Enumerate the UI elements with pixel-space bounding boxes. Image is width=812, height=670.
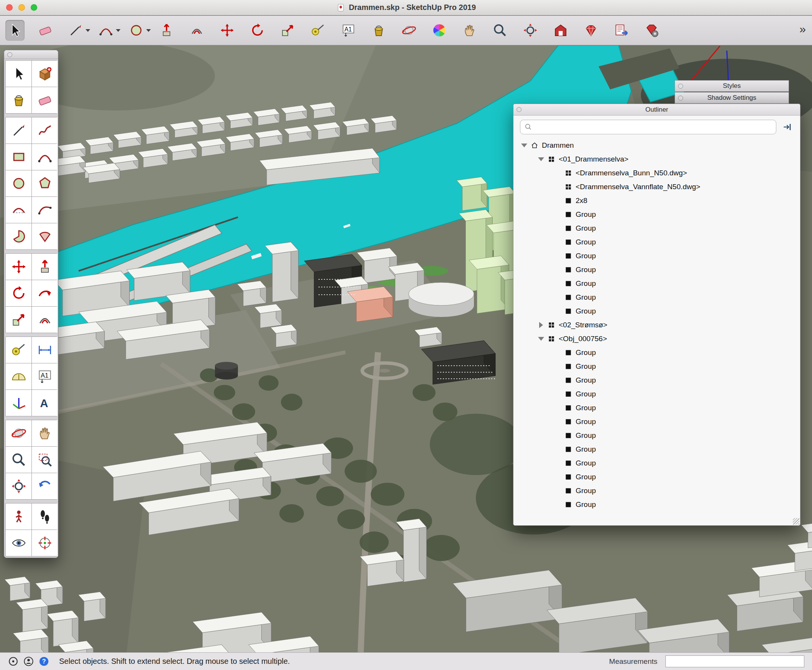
shapes-dropdown-caret[interactable] bbox=[146, 29, 151, 32]
three-point-arc-tool[interactable] bbox=[32, 197, 58, 223]
outliner-item[interactable]: Group bbox=[513, 291, 800, 304]
disclosure-triangle-icon[interactable] bbox=[536, 337, 546, 341]
push-pull-button[interactable] bbox=[157, 20, 176, 41]
offset-tool[interactable] bbox=[32, 306, 58, 333]
text-tool[interactable]: A1 bbox=[32, 364, 58, 389]
shadow-settings-panel-header[interactable]: Shadow Settings bbox=[675, 92, 789, 103]
outliner-item[interactable]: Group bbox=[513, 387, 800, 401]
rotate-tool[interactable] bbox=[6, 280, 32, 306]
protractor-tool[interactable] bbox=[6, 364, 32, 389]
outliner-search-input[interactable] bbox=[535, 123, 772, 131]
zoom-window-tool[interactable] bbox=[32, 447, 58, 473]
palette-titlebar[interactable] bbox=[4, 50, 58, 59]
tape-measure-tool[interactable] bbox=[6, 337, 32, 363]
camera-target-tool[interactable] bbox=[32, 530, 58, 556]
outliner-item[interactable]: Group bbox=[513, 208, 800, 222]
offset-button[interactable] bbox=[187, 20, 206, 41]
outliner-item[interactable]: Group bbox=[513, 442, 800, 456]
outliner-search-field[interactable] bbox=[520, 120, 776, 134]
pie-tool[interactable] bbox=[6, 223, 32, 249]
orbit-tool[interactable] bbox=[6, 420, 32, 446]
disclosure-triangle-icon[interactable] bbox=[536, 157, 546, 161]
circle-tool[interactable] bbox=[6, 170, 32, 196]
outliner-item[interactable]: Drammen bbox=[513, 139, 800, 152]
outliner-item[interactable]: <01_Drammenselva> bbox=[513, 152, 800, 166]
outliner-item[interactable]: Group bbox=[513, 498, 800, 511]
outliner-item[interactable]: <02_Strømsø> bbox=[513, 318, 800, 332]
geolocation-icon[interactable] bbox=[8, 656, 19, 667]
extension-warehouse-button[interactable] bbox=[581, 20, 601, 41]
outliner-item[interactable]: Group bbox=[513, 429, 800, 442]
outliner-item[interactable]: Group bbox=[513, 249, 800, 263]
rotate-button[interactable] bbox=[248, 20, 267, 41]
outliner-item[interactable]: Group bbox=[513, 263, 800, 277]
minimize-window-button[interactable] bbox=[19, 4, 25, 11]
line-button[interactable] bbox=[66, 20, 85, 41]
outliner-item[interactable]: <Obj_000756> bbox=[513, 332, 800, 346]
outliner-item[interactable]: Group bbox=[513, 415, 800, 429]
zoom-button[interactable] bbox=[491, 20, 509, 41]
zoom-extents-tool[interactable] bbox=[6, 473, 32, 499]
3d-text-tool[interactable]: A bbox=[32, 390, 58, 416]
paint-bucket-tool[interactable] bbox=[6, 87, 32, 113]
arc-dropdown-caret[interactable] bbox=[116, 29, 120, 32]
polygon-tool[interactable] bbox=[32, 170, 58, 196]
arc-button[interactable] bbox=[96, 20, 115, 41]
outliner-item[interactable]: Group bbox=[513, 360, 800, 373]
arc-tool[interactable] bbox=[32, 144, 58, 170]
disclosure-triangle-icon[interactable] bbox=[519, 144, 529, 147]
scale-tool[interactable] bbox=[6, 306, 32, 333]
rectangle-tool[interactable] bbox=[6, 144, 32, 170]
outliner-close-button[interactable] bbox=[516, 107, 521, 112]
outliner-item[interactable]: Group bbox=[513, 373, 800, 387]
pan-button[interactable] bbox=[460, 20, 479, 41]
styles-close-button[interactable] bbox=[678, 84, 683, 89]
outliner-item[interactable]: Group bbox=[513, 235, 800, 249]
eraser-button[interactable] bbox=[36, 20, 55, 41]
line-tool[interactable] bbox=[6, 117, 32, 144]
styles-panel-header[interactable]: Styles bbox=[675, 80, 789, 92]
outliner-item[interactable]: Group bbox=[513, 346, 800, 360]
look-around-tool[interactable] bbox=[6, 530, 32, 556]
shapes-button[interactable] bbox=[127, 20, 146, 41]
sector-tool[interactable] bbox=[32, 223, 58, 249]
eraser-tool[interactable] bbox=[32, 87, 58, 113]
text-button[interactable]: A1 bbox=[339, 20, 358, 41]
outliner-item[interactable]: Group bbox=[513, 222, 800, 235]
zoom-window-button[interactable] bbox=[31, 4, 37, 11]
follow-me-tool[interactable] bbox=[32, 280, 58, 306]
axes-tool[interactable] bbox=[6, 390, 32, 416]
previous-view-tool[interactable] bbox=[32, 473, 58, 499]
outliner-item[interactable]: 2x8 bbox=[513, 194, 800, 208]
share-model-button[interactable] bbox=[612, 20, 631, 41]
paint-bucket-button[interactable] bbox=[369, 20, 388, 41]
outliner-item[interactable]: Group bbox=[513, 470, 800, 484]
walk-tool[interactable] bbox=[32, 503, 58, 530]
select-tool[interactable] bbox=[6, 61, 32, 87]
outliner-item[interactable]: Group bbox=[513, 304, 800, 318]
palette-close-button[interactable] bbox=[7, 52, 12, 57]
close-window-button[interactable] bbox=[6, 4, 13, 11]
outliner-item[interactable]: <Drammenselva_Bunn_N50.dwg> bbox=[513, 166, 800, 180]
freehand-tool[interactable] bbox=[32, 117, 58, 144]
move-tool[interactable] bbox=[6, 254, 32, 280]
pan-tool[interactable] bbox=[32, 420, 58, 446]
scale-button[interactable] bbox=[278, 20, 298, 41]
outliner-item[interactable]: Group bbox=[513, 484, 800, 498]
outliner-item[interactable]: <Drammenselva_Vannflate_N50.dwg> bbox=[513, 180, 800, 194]
outliner-item[interactable]: Group bbox=[513, 277, 800, 291]
credits-icon[interactable] bbox=[23, 656, 34, 667]
disclosure-triangle-icon[interactable] bbox=[536, 322, 546, 328]
zoom-tool[interactable] bbox=[6, 447, 32, 473]
outliner-resize-grip[interactable] bbox=[793, 518, 799, 524]
dimension-tool[interactable] bbox=[32, 337, 58, 363]
outliner-titlebar[interactable]: Outliner bbox=[513, 104, 800, 115]
two-point-arc-tool[interactable] bbox=[6, 197, 32, 223]
position-camera-tool[interactable] bbox=[6, 503, 32, 530]
make-component-tool[interactable] bbox=[32, 61, 58, 87]
extension-manager-button[interactable] bbox=[642, 20, 661, 41]
3d-warehouse-button[interactable] bbox=[551, 20, 570, 41]
help-icon[interactable]: ? bbox=[38, 656, 49, 667]
line-dropdown-caret[interactable] bbox=[86, 29, 90, 32]
move-button[interactable] bbox=[218, 20, 237, 41]
